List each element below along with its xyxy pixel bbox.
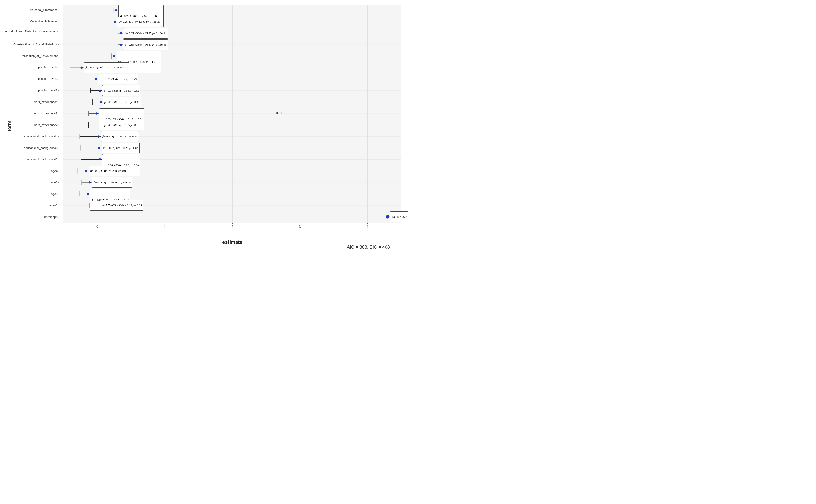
svg-point-76 (98, 147, 100, 149)
svg-point-88 (89, 181, 91, 184)
tick-mark (367, 223, 368, 224)
aic-bic-label: AIC = 388, BIC = 468 (347, 245, 390, 250)
tick-mark (232, 223, 233, 224)
tooltip-box: β = 0.26, t(384) = 12.08, p = 1.11e-28 (117, 17, 162, 27)
term-label: age2 - (7, 189, 61, 199)
term-label: Collective_Behaviors - (7, 16, 61, 27)
term-label: (Intercept) - (7, 212, 61, 223)
term-label: work_experience2 - (7, 120, 61, 131)
svg-point-56 (99, 90, 101, 92)
tooltip-box: β = 0.05, t(384) = 0.55, p = 0.58 (103, 120, 141, 130)
tooltip-box: β = 0.35, t(384) = 16.41, p = 3.15e-46 (123, 39, 168, 50)
svg-point-100 (386, 215, 389, 219)
tooltip-box: β = -0.16, t(384) = -2.40, p = 0.02 (89, 166, 129, 176)
term-label: work_experience4 - (7, 97, 61, 107)
tick-mark (300, 223, 300, 224)
tick-label: 2 (231, 225, 233, 228)
tooltip-box: β = -0.11, t(384) = -1.77, p = 0.08 (92, 177, 132, 188)
tick-label: 0 (96, 225, 98, 228)
term-labels: Personal_Preference -Collective_Behavior… (7, 5, 61, 223)
term-label: position_level2 - (7, 85, 61, 96)
tooltip-box: β = 0.35, t(384) = 15.97, p = 2.13e-44 (123, 28, 168, 39)
tooltip-box: β = 0.05, t(384) = 0.84, p = 0.40 (103, 97, 141, 107)
svg-point-32 (114, 21, 116, 23)
term-label: Perception_of_Achievement - (7, 51, 61, 61)
term-label: Construction_of_Social_Relations - (7, 39, 61, 50)
term-label: educational_background3 - (7, 143, 61, 153)
tooltip-box: β = -0.23, t(384) = -2.73, p = 6.63e-03 (84, 62, 129, 73)
tooltip-box: β = 0.04, t(384) = 0.65, p = 0.52 (102, 85, 141, 96)
svg-point-84 (85, 170, 87, 172)
svg-point-40 (120, 44, 122, 46)
term-label: educational_background2 - (7, 154, 61, 165)
term-label: position_level4 - (7, 62, 61, 73)
term-label: age3 - (7, 177, 61, 188)
svg-point-64 (96, 112, 98, 115)
svg-point-48 (80, 66, 83, 69)
chart-container: term Personal_Preference -Collective_Beh… (0, 0, 408, 252)
tooltip-box: β = 0.03, t(384) = 0.20, p = 0.84 (102, 143, 140, 153)
tick-mark (165, 223, 165, 224)
svg-point-52 (95, 78, 97, 80)
svg-point-36 (120, 32, 122, 34)
tick-label: 4 (367, 225, 368, 228)
tick-mark (97, 223, 97, 224)
tooltip-box: β = 7.55e-03, t(384) = 0.18, p = 0.85 (100, 200, 143, 211)
tooltip-box: β = -0.02, t(384) = -0.26, p = 0.79 (98, 74, 138, 85)
term-label: work_experience3 - (7, 108, 61, 119)
term-label: position_level3 - (7, 74, 61, 85)
outside-label: 0.91 (276, 111, 282, 115)
svg-point-92 (87, 193, 89, 195)
term-label: age4 - (7, 166, 61, 177)
x-axis: 01234 (63, 223, 401, 232)
tick-label: 1 (164, 225, 166, 228)
svg-point-60 (100, 101, 102, 103)
term-label: gender2 - (7, 200, 61, 211)
term-label: Individual_and_Collective_Consciousness … (7, 28, 61, 39)
tick-label: 3 (299, 225, 301, 228)
term-label: educational_background4 - (7, 131, 61, 142)
svg-point-28 (115, 9, 117, 11)
tooltip-box: β = 0.02, t(384) = 0.12, p = 0.91 (101, 131, 139, 142)
term-label: Personal_Preference - (7, 5, 61, 15)
svg-point-80 (99, 158, 101, 161)
svg-point-44 (113, 55, 115, 57)
svg-point-72 (97, 135, 100, 138)
tooltip-box: t(384) = 26.71, p = 1.41e-89 (390, 211, 408, 222)
